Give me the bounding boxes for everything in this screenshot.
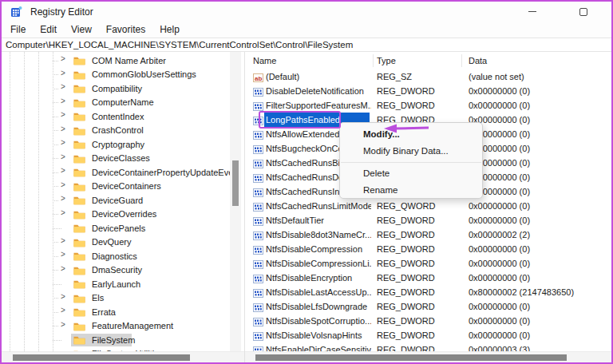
chevron-right-icon[interactable]: > bbox=[58, 180, 68, 189]
chevron-right-icon[interactable]: > bbox=[58, 97, 68, 105]
tree-item[interactable]: > Errata bbox=[2, 305, 231, 319]
registry-value-row[interactable]: NtfsCachedRunsLimitMode REG_QWORD 0x0000… bbox=[245, 199, 611, 213]
value-name[interactable]: NtfsDisableCompression bbox=[266, 242, 371, 256]
chevron-right-icon[interactable]: > bbox=[58, 306, 68, 315]
menu-edit[interactable]: Edit bbox=[33, 22, 64, 37]
tree-item-label[interactable]: Diagnostics bbox=[89, 251, 140, 262]
registry-value-row[interactable]: NtfsDisableCompression REG_DWORD 0x00000… bbox=[245, 242, 611, 256]
tree-item[interactable]: > DeviceGuard bbox=[2, 193, 231, 208]
tree-item[interactable]: > Compatibility bbox=[2, 81, 231, 96]
registry-value-row[interactable]: NtfsDisableSpotCorruptio... REG_DWORD 0x… bbox=[245, 314, 611, 328]
column-header-name[interactable]: Name bbox=[253, 52, 276, 69]
registry-value-row[interactable]: NtfsDisableEncryption REG_DWORD 0x000000… bbox=[245, 271, 611, 285]
chevron-right-icon[interactable]: > bbox=[58, 320, 68, 329]
tree-item-label[interactable]: FeatureManagement bbox=[89, 320, 176, 331]
chevron-right-icon[interactable]: > bbox=[58, 110, 68, 119]
tree-item[interactable]: > Diagnostics bbox=[2, 249, 231, 263]
maximize-button[interactable] bbox=[576, 5, 591, 19]
tree-vertical-scrollbar-thumb[interactable] bbox=[232, 160, 239, 206]
value-name[interactable]: NtfsDefaultTier bbox=[266, 213, 371, 228]
tree-item[interactable]: > CrashControl bbox=[2, 124, 231, 138]
tree-item[interactable]: > Cryptography bbox=[2, 137, 231, 152]
tree-item-label[interactable]: ContentIndex bbox=[89, 111, 146, 122]
tree-item[interactable]: > COM Name Arbiter bbox=[2, 53, 231, 68]
tree-item[interactable]: > DeviceContainerPropertyUpdateEven bbox=[2, 165, 231, 180]
address-bar[interactable]: Computer\HKEY_LOCAL_MACHINE\SYSTEM\Curre… bbox=[2, 38, 611, 52]
tree-item[interactable]: > DevicePanels bbox=[2, 221, 231, 235]
tree-item-label[interactable]: Els bbox=[89, 292, 106, 303]
chevron-right-icon[interactable]: > bbox=[58, 250, 68, 259]
column-separator[interactable] bbox=[373, 54, 374, 67]
value-name[interactable]: NtfsDisableVolsnapHints bbox=[266, 328, 371, 342]
list-horizontal-scrollbar-thumb[interactable] bbox=[255, 354, 567, 361]
value-name[interactable]: NtfsDisableLfsDowngrade bbox=[266, 299, 371, 314]
registry-value-row[interactable]: NtfsDefaultTier REG_DWORD 0x00000000 (0) bbox=[245, 213, 611, 228]
context-menu-item-delete[interactable]: Delete bbox=[340, 165, 482, 182]
registry-value-row[interactable]: NtfsDisableVolsnapHints REG_DWORD 0x0000… bbox=[245, 328, 611, 342]
tree-item-label[interactable]: EarlyLaunch bbox=[89, 279, 143, 290]
registry-value-row[interactable]: NtfsDisableLfsDowngrade REG_DWORD 0x0000… bbox=[245, 299, 611, 314]
tree-item[interactable]: > DevQuery bbox=[2, 235, 231, 250]
value-name[interactable]: NtfsDisableCompressionLi... bbox=[266, 256, 371, 271]
chevron-right-icon[interactable]: > bbox=[58, 194, 68, 203]
tree-item[interactable]: > DeviceContainers bbox=[2, 180, 231, 194]
tree-item[interactable]: > CommonGlobUserSettings bbox=[2, 68, 231, 82]
context-menu-item-modify-binary-data[interactable]: Modify Binary Data... bbox=[340, 143, 482, 160]
tree-item-label[interactable]: DeviceClasses bbox=[89, 152, 152, 164]
registry-value-row[interactable]: DisableDeleteNotification REG_DWORD 0x00… bbox=[245, 84, 611, 98]
tree-item-label[interactable]: DmaSecurity bbox=[89, 264, 144, 275]
menu-help[interactable]: Help bbox=[152, 22, 187, 37]
tree-item-label[interactable]: CommonGlobUserSettings bbox=[89, 69, 199, 80]
chevron-right-icon[interactable]: > bbox=[58, 125, 68, 133]
menu-file[interactable]: File bbox=[3, 22, 33, 37]
menu-favorites[interactable]: Favorites bbox=[99, 22, 152, 37]
value-name[interactable]: NtfsCachedRunsLimitMode bbox=[266, 199, 371, 213]
tree-item[interactable]: > DmaSecurity bbox=[2, 263, 231, 278]
tree-item-label[interactable]: ComputerName bbox=[89, 97, 156, 108]
registry-value-row[interactable]: NtfsDisable8dot3NameCr... REG_DWORD 0x00… bbox=[245, 228, 611, 242]
tree-item[interactable]: > FeatureManagement bbox=[2, 319, 231, 334]
tree-item[interactable]: > EarlyLaunch bbox=[2, 277, 231, 291]
chevron-right-icon[interactable]: > bbox=[58, 69, 68, 77]
registry-value-row[interactable]: NtfsDisableLastAccessUp... REG_DWORD 0x8… bbox=[245, 285, 611, 299]
chevron-right-icon[interactable]: > bbox=[58, 264, 68, 273]
column-header-type[interactable]: Type bbox=[377, 52, 396, 69]
tree-item-label[interactable]: FileSystem bbox=[89, 334, 137, 346]
chevron-right-icon[interactable]: > bbox=[58, 166, 68, 175]
value-name[interactable]: (Default) bbox=[266, 69, 371, 84]
chevron-right-icon[interactable]: > bbox=[58, 292, 68, 301]
tree-horizontal-scrollbar-thumb[interactable] bbox=[13, 354, 190, 361]
value-name[interactable]: NtfsDisableLastAccessUp... bbox=[266, 285, 371, 299]
chevron-right-icon[interactable]: > bbox=[58, 82, 68, 91]
tree-item[interactable]: > DeviceClasses bbox=[2, 152, 231, 166]
tree-item-label[interactable]: DevQuery bbox=[89, 236, 134, 247]
value-name[interactable]: NtfsDisable8dot3NameCr... bbox=[266, 228, 371, 242]
tree-item-label[interactable]: COM Name Arbiter bbox=[89, 55, 168, 66]
context-menu-item-rename[interactable]: Rename bbox=[340, 182, 482, 199]
tree-item-label[interactable]: DeviceOverrides bbox=[89, 208, 159, 220]
chevron-right-icon[interactable]: > bbox=[58, 208, 68, 217]
tree-item[interactable]: > Els bbox=[2, 291, 231, 306]
tree-item-label[interactable]: CrashControl bbox=[89, 125, 146, 136]
chevron-right-icon[interactable]: > bbox=[58, 236, 68, 245]
tree-item-label[interactable]: Errata bbox=[89, 307, 118, 318]
tree-item-label[interactable]: DeviceContainerPropertyUpdateEven bbox=[89, 167, 231, 178]
menu-view[interactable]: View bbox=[64, 22, 99, 37]
context-menu-item-modify[interactable]: Modify... bbox=[340, 126, 482, 143]
tree-item-label[interactable]: Compatibility bbox=[89, 83, 144, 94]
value-name[interactable]: NtfsDisableEncryption bbox=[266, 271, 371, 285]
chevron-right-icon[interactable]: > bbox=[58, 138, 68, 147]
registry-value-row[interactable]: NtfsDisableCompressionLi... REG_DWORD 0x… bbox=[245, 256, 611, 271]
tree-item-label[interactable]: Cryptography bbox=[89, 139, 147, 150]
chevron-right-icon[interactable]: > bbox=[58, 54, 68, 63]
value-name[interactable]: FilterSupportedFeaturesM... bbox=[266, 98, 371, 113]
value-name[interactable]: DisableDeleteNotification bbox=[266, 84, 371, 98]
minimize-button[interactable] bbox=[525, 5, 540, 19]
chevron-right-icon[interactable]: > bbox=[58, 152, 68, 161]
column-separator[interactable] bbox=[461, 54, 462, 67]
tree-vertical-scrollbar[interactable] bbox=[230, 52, 241, 351]
value-name[interactable]: NtfsDisableSpotCorruptio... bbox=[266, 314, 371, 328]
registry-value-row[interactable]: FilterSupportedFeaturesM... REG_DWORD 0x… bbox=[245, 98, 611, 113]
tree-item[interactable]: > FileSystem bbox=[2, 333, 231, 347]
tree-item-label[interactable]: DeviceGuard bbox=[89, 195, 145, 206]
